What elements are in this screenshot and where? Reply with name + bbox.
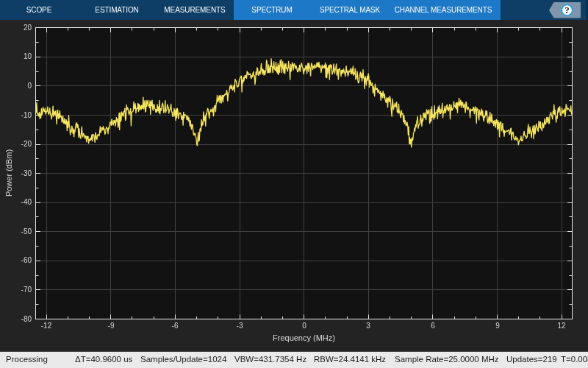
svg-text:?: ? — [564, 4, 570, 15]
